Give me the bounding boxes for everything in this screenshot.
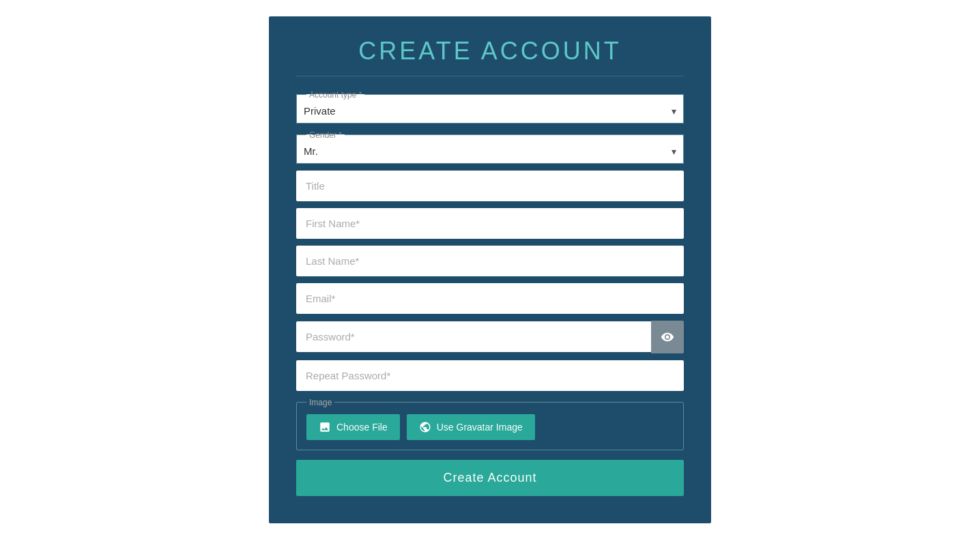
last-name-group xyxy=(296,246,684,276)
create-account-form: CREATE ACCOUNT Account type * Private Bu… xyxy=(269,16,711,523)
create-account-button[interactable]: Create Account xyxy=(296,460,684,496)
gender-select[interactable]: Mr. Mrs. Ms. Dr. xyxy=(304,145,676,157)
choose-file-button[interactable]: Choose File xyxy=(306,414,400,440)
globe-icon xyxy=(419,421,431,433)
gender-label: Gender * xyxy=(306,130,345,140)
choose-file-label: Choose File xyxy=(336,422,388,433)
image-label: Image xyxy=(306,398,334,407)
image-fieldset: Image Choose File Use Gravatar Image xyxy=(296,398,684,450)
account-type-fieldset: Account type * Private Business xyxy=(296,90,684,123)
password-input[interactable] xyxy=(296,321,651,352)
title-input[interactable] xyxy=(296,171,684,201)
password-group xyxy=(296,321,684,353)
first-name-group xyxy=(296,208,684,239)
first-name-input[interactable] xyxy=(296,208,684,239)
account-type-select[interactable]: Private Business xyxy=(304,105,676,117)
account-type-select-wrapper: Private Business xyxy=(304,105,676,117)
create-account-label: Create Account xyxy=(443,471,536,484)
email-group xyxy=(296,283,684,314)
image-buttons: Choose File Use Gravatar Image xyxy=(306,414,674,440)
title-group xyxy=(296,171,684,201)
email-input[interactable] xyxy=(296,283,684,314)
page-title: CREATE ACCOUNT xyxy=(296,37,684,76)
repeat-password-group xyxy=(296,360,684,391)
use-gravatar-button[interactable]: Use Gravatar Image xyxy=(407,414,535,440)
gender-select-wrapper: Mr. Mrs. Ms. Dr. xyxy=(304,145,676,158)
page-wrapper: CREATE ACCOUNT Account type * Private Bu… xyxy=(0,0,980,539)
toggle-password-button[interactable] xyxy=(651,321,684,353)
gravatar-label: Use Gravatar Image xyxy=(437,422,523,433)
last-name-input[interactable] xyxy=(296,246,684,276)
image-upload-icon xyxy=(319,421,331,433)
repeat-password-input[interactable] xyxy=(296,360,684,391)
eye-icon xyxy=(661,330,674,344)
account-type-label: Account type * xyxy=(306,90,364,100)
gender-fieldset: Gender * Mr. Mrs. Ms. Dr. xyxy=(296,130,684,164)
